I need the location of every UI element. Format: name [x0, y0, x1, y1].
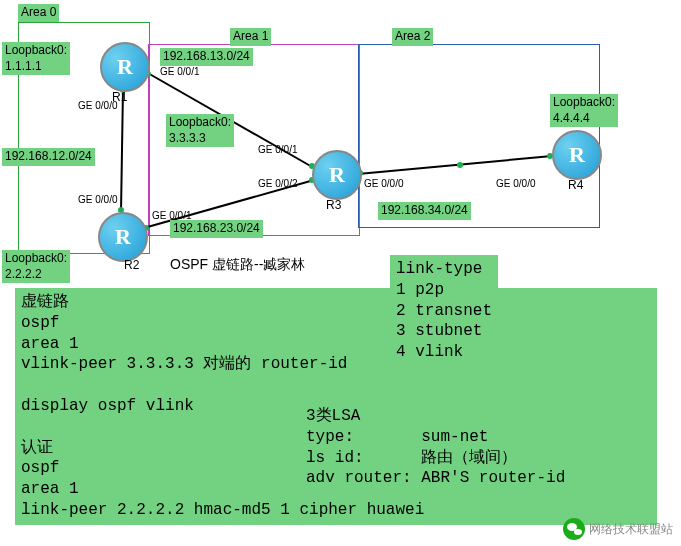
config-right-bottom-block: 3类LSA type: sum-net ls id: 路由（域间） adv ro…	[300, 402, 571, 493]
r3-loopback: Loopback0: 3.3.3.3	[166, 114, 234, 147]
router-r3-name: R3	[326, 198, 341, 212]
r1-loopback: Loopback0: 1.1.1.1	[2, 42, 70, 75]
subnet-23: 192.168.23.0/24	[170, 220, 263, 238]
subnet-13: 192.168.13.0/24	[160, 48, 253, 66]
r4-loopback: Loopback0: 4.4.4.4	[550, 94, 618, 127]
router-r2: R	[98, 212, 148, 262]
router-r2-name: R2	[124, 258, 139, 272]
subnet-12: 192.168.12.0/24	[2, 148, 95, 166]
diagram-caption: OSPF 虚链路--臧家林	[170, 256, 305, 274]
router-r1: R	[100, 42, 150, 92]
r3-ge000: GE 0/0/0	[364, 178, 403, 189]
subnet-34: 192.168.34.0/24	[378, 202, 471, 220]
wechat-icon	[563, 518, 585, 540]
r1-ge000: GE 0/0/0	[78, 100, 117, 111]
r1-ge001: GE 0/0/1	[160, 66, 199, 77]
watermark: 网络技术联盟站	[563, 518, 673, 540]
area-1-label: Area 1	[230, 28, 271, 46]
watermark-text: 网络技术联盟站	[589, 521, 673, 538]
r2-loopback: Loopback0: 2.2.2.2	[2, 250, 70, 283]
area-2-label: Area 2	[392, 28, 433, 46]
router-r4-name: R4	[568, 178, 583, 192]
r3-ge001: GE 0/0/1	[258, 144, 297, 155]
r3-ge002: GE 0/0/2	[258, 178, 297, 189]
router-r4: R	[552, 130, 602, 180]
r2-ge001: GE 0/0/1	[152, 210, 191, 221]
router-r3: R	[312, 150, 362, 200]
r2-ge000: GE 0/0/0	[78, 194, 117, 205]
area-0-label: Area 0	[18, 4, 59, 22]
r4-ge000: GE 0/0/0	[496, 178, 535, 189]
config-right-top-block: link-type 1 p2p 2 transnet 3 stubnet 4 v…	[390, 255, 498, 367]
